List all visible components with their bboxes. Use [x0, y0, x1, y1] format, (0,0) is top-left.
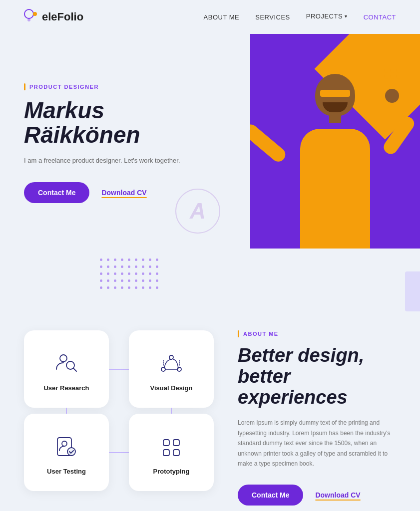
about-contact-button[interactable]: Contact Me: [238, 485, 303, 506]
nav-link-about[interactable]: ABOUT ME: [204, 13, 240, 21]
dot-grid: [100, 258, 396, 290]
svg-point-8: [169, 355, 173, 359]
nav-link-projects[interactable]: PROJECTS ▾: [306, 12, 348, 20]
connector-h-2: [109, 452, 129, 453]
hero-left: PRODUCT DESIGNER Markus Räikkönen I am a…: [0, 34, 250, 249]
svg-line-5: [73, 368, 76, 371]
card-prototyping-label: Prototyping: [153, 468, 190, 475]
deco-corner: [405, 271, 420, 311]
nav-item-projects[interactable]: PROJECTS ▾: [306, 12, 348, 21]
nav-item-services[interactable]: SERVICES: [255, 12, 290, 21]
about-description: Lorem Ipsum is simply dummy text of the …: [238, 418, 393, 469]
about-title: Better design, better experiences: [238, 345, 396, 408]
svg-rect-14: [163, 440, 169, 446]
card-visual-design: Visual Design: [129, 330, 214, 408]
card-user-research-label: User Research: [43, 384, 89, 392]
navbar: eleFolio ABOUT ME SERVICES PROJECTS ▾ CO…: [0, 0, 420, 34]
connectors-row: [24, 408, 214, 414]
card-user-testing: User Testing: [24, 414, 109, 491]
about-buttons: Contact Me Download CV: [238, 485, 396, 506]
hero-subtitle: I am a freelance product designer. Let's…: [24, 157, 184, 164]
connector-v-1: [66, 408, 67, 414]
nav-item-contact[interactable]: CONTACT: [364, 12, 396, 21]
card-user-testing-label: User Testing: [47, 468, 86, 475]
hero-image-panel: [250, 34, 420, 249]
dot-grid-section: [0, 249, 420, 310]
cards-row-2: User Testing Prototyping: [24, 414, 214, 491]
svg-rect-15: [173, 440, 179, 446]
svg-point-3: [60, 355, 67, 362]
hero-title: Markus Räikkönen: [24, 98, 226, 147]
svg-point-0: [24, 9, 33, 18]
svg-point-1: [33, 12, 37, 16]
cards-row-1: User Research: [24, 330, 214, 408]
nav-links: ABOUT ME SERVICES PROJECTS ▾ CONTACT: [204, 12, 396, 21]
prototyping-icon: [157, 434, 185, 462]
visual-design-icon: [157, 350, 185, 378]
nav-item-about[interactable]: ABOUT ME: [204, 12, 240, 21]
logo-text: eleFolio: [42, 10, 83, 23]
hero-tag: PRODUCT DESIGNER: [24, 83, 226, 90]
svg-rect-16: [163, 450, 169, 456]
about-tag: ABOUT ME: [238, 330, 396, 337]
logo[interactable]: eleFolio: [24, 9, 83, 25]
hero-section: PRODUCT DESIGNER Markus Räikkönen I am a…: [0, 34, 420, 249]
watermark-a: A: [175, 189, 220, 234]
about-cards-container: User Research: [24, 330, 214, 491]
card-prototyping: Prototyping: [129, 414, 214, 491]
hero-contact-button[interactable]: Contact Me: [24, 182, 89, 203]
connector-h-1: [109, 369, 129, 370]
card-user-research: User Research: [24, 330, 109, 408]
connector-v-2: [171, 408, 172, 414]
hero-download-button[interactable]: Download CV: [101, 189, 146, 197]
svg-rect-17: [173, 450, 179, 456]
person: [270, 59, 400, 249]
nav-link-services[interactable]: SERVICES: [255, 13, 290, 21]
svg-point-12: [62, 441, 67, 446]
user-testing-icon: [52, 434, 80, 462]
nav-link-contact[interactable]: CONTACT: [364, 13, 396, 21]
card-visual-design-label: Visual Design: [150, 384, 192, 392]
svg-point-2: [27, 18, 30, 21]
hero-person-figure: [250, 34, 420, 249]
svg-point-13: [67, 448, 75, 456]
chevron-down-icon: ▾: [345, 13, 348, 19]
about-section: User Research: [0, 310, 420, 511]
about-download-button[interactable]: Download CV: [315, 491, 360, 499]
about-text: ABOUT ME Better design, better experienc…: [214, 330, 396, 506]
user-research-icon: [52, 350, 80, 378]
